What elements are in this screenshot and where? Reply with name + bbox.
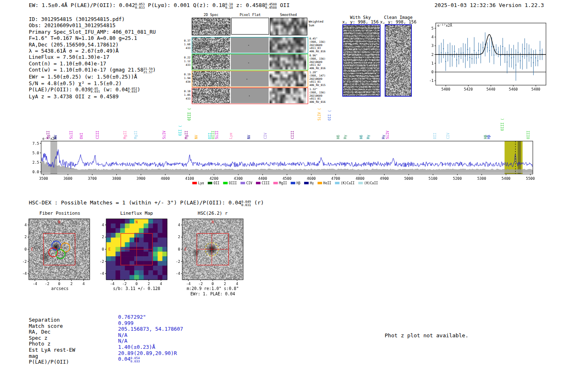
match-row: Match score0.999: [29, 323, 75, 329]
fiber-positions-xlabel: arcsecs: [30, 286, 90, 291]
text-segment: Obs: 20210609v011_3012954815: [29, 22, 116, 28]
stacked-fraction: 0.0530.033: [135, 3, 144, 9]
spec2d-row-smoothed-image: [269, 37, 306, 53]
lineflux-map-title: Lineflux Map: [106, 211, 167, 216]
hsc-cutout-title: HSC(26.2) r: [182, 211, 243, 216]
info-line: LyA z = 3.4738 OII z = 0.4589: [29, 93, 156, 100]
text-segment: 20.89(20.89,20.90)R: [118, 350, 177, 356]
spec2d-row-pixelflat-image: [231, 54, 269, 70]
lineflux-sb-label: s/b: 3.11 +/- 0.128: [102, 286, 171, 291]
text-segment: RA,Dec (205.156509,54.178612): [29, 42, 118, 48]
text-segment: LineFlux = 7.50(±1.30)e-17: [29, 54, 109, 60]
text-segment: N/A: [118, 332, 128, 338]
spec2d-row-left-values: 0.101.05433: [181, 90, 190, 101]
full-spectrum-plot: [21, 106, 539, 188]
header-line: EW: 1.5±0.4Å P(LAE)/P(OII): 0.0420.0530.…: [29, 2, 290, 9]
text-segment: F=1.6" T=0.167 N=1.10 A=0.80 g=25.1: [29, 35, 137, 41]
match-label: P(LAE)/P(OII): [29, 359, 69, 365]
hsc-mag-label: m:20.9 re:1.0" s:0.8": [178, 286, 247, 291]
fiber-positions-title: Fiber Positions: [30, 211, 90, 216]
info-line: λ = 5438.61Å σ = 2.67(±0.49)Å: [29, 48, 156, 54]
stacked-fraction: 0.0520.032: [128, 87, 137, 93]
text-segment: Primary Spec_Slot_IFU_AMP: 406_071_081_R…: [29, 29, 156, 35]
text-segment: N/A: [118, 338, 128, 344]
spec2d-row-smoothed-image: [269, 88, 306, 103]
text-segment: ID: 3012954815 (3012954815.pdf): [29, 16, 125, 22]
info-line: P(LAE)/P(OII): 0.0390.050.031 (w: 0.040.…: [29, 86, 156, 93]
spec2d-row-pixelflat-image: [231, 37, 269, 53]
photz-note: Phot z plot not available.: [385, 332, 469, 339]
spec2d-row-weighted: [192, 18, 308, 35]
spec2d-row-2dspec-image: [192, 54, 230, 70]
text-segment: EW: 1.5±0.4Å P(LAE)/P(OII): 0.042: [29, 2, 135, 8]
text-segment: Cont(w) = 1.10(±0.01)e-17 (gmag 21.58: [29, 67, 143, 73]
text-segment: λ = 5438.61Å σ = 2.67(±0.49)Å: [29, 48, 118, 54]
match-row: Separation0.767292": [29, 317, 75, 323]
spec2d-row-annotation: 0.96"(998, 156)20210609v011_02406_RU_016: [309, 54, 334, 70]
text-segment: EWr = 1.50(±0.25) (w: 1.50(±0.25))Å: [29, 74, 137, 80]
clean-image: [385, 24, 412, 97]
match-row: Photo zN/A: [29, 341, 75, 347]
match-label: Est LyA rest-EW: [29, 347, 75, 353]
match-label: Spec z: [29, 335, 47, 341]
spec2d-header-pixelflat: Pixel Flat: [231, 13, 269, 17]
text-segment: z: 0.4588: [233, 2, 265, 8]
spec2d-row: 0.101.054331.32"(998, 156)20210609v011_0…: [192, 88, 308, 104]
stacked-fraction: 0.0490.031: [242, 200, 251, 207]
text-segment: 1.40(±0.23)Å: [118, 344, 155, 350]
text-segment: OII: [277, 2, 290, 8]
match-label: Match score: [29, 323, 63, 329]
text-segment: HSC-DEX : Possible Matches = 1 (within +…: [29, 199, 242, 206]
match-label: RA, Dec: [29, 329, 51, 335]
spec2d-weighted-2d-image: [192, 18, 230, 35]
text-segment: 0.04: [118, 356, 130, 362]
spec2d-row-2dspec-image: [192, 71, 230, 86]
spec2d-row-smoothed-image: [269, 54, 306, 70]
emission-fit-plot: [426, 18, 549, 95]
spec2d-row-pixelflat-image: [231, 71, 269, 86]
match-row: P(LAE)/P(OII)0.040.0540.033: [29, 359, 75, 365]
info-block: ID: 3012954815 (3012954815.pdf)Obs: 2021…: [29, 16, 156, 100]
text-segment: P(LAE)/P(OII): 0.039: [29, 86, 91, 93]
match-value: 20.89(20.89,20.90)R: [118, 350, 177, 356]
match-row: Est LyA rest-EW1.40(±0.23)Å: [29, 347, 75, 353]
text-segment: Cont(n) = 1.10(±0.04)e-17: [29, 60, 106, 67]
match-value: N/A: [118, 332, 128, 338]
text-segment: P(Lyα): 0.001 Q(z): 0.18: [145, 2, 225, 8]
stacked-fraction: 0.180.18: [225, 3, 233, 9]
match-value: 0.767292": [118, 314, 146, 320]
info-line: ID: 3012954815 (3012954815.pdf): [29, 16, 156, 22]
info-line: EWr = 1.50(±0.25) (w: 1.50(±0.25))Å: [29, 74, 156, 80]
spec2d-row-left-values: 0.191.94434: [181, 73, 190, 84]
timestamp-version: 2025-01-03 12:32:36 Version 1.22.3: [434, 2, 544, 8]
elixer-report-page: { "header": { "left_segments": [ {"t": "…: [0, 0, 576, 392]
match-label: Photo z: [29, 341, 51, 347]
hsc-cutout-image: [170, 216, 248, 290]
text-segment: 0.767292": [118, 314, 146, 320]
info-line: Obs: 20210609v011_3012954815: [29, 22, 156, 28]
spec2d-row-annotation: 1.32"(998, 156)20210609v011_01406_RU_016: [309, 88, 334, 104]
match-value: 1.40(±0.23)Å: [118, 344, 155, 350]
spec2d-row-left-values: 0.221.12433: [181, 56, 190, 67]
match-table: Separation0.767292"Match score0.999RA, D…: [29, 317, 75, 365]
spec2d-row: 0.371.684330.45"(998, 156)20210609v011_0…: [192, 37, 308, 53]
match-value: 205.156873, 54.178607: [118, 326, 183, 332]
match-label: mag: [29, 353, 38, 359]
info-line: Primary Spec_Slot_IFU_AMP: 406_071_081_R…: [29, 29, 156, 35]
stacked-fraction: 0.050.031: [91, 87, 100, 93]
text-segment: 0.999: [118, 320, 134, 326]
text-segment: S/N = 4.8(±0.5) χ² = 1.5(±0.2): [29, 80, 122, 86]
info-line: S/N = 4.8(±0.5) χ² = 1.5(±0.2): [29, 80, 156, 86]
hsc-ewr-label: EWr: 1. PLAE: 0.04: [178, 292, 247, 296]
stacked-fraction: 0.0540.033: [130, 357, 140, 363]
spec2d-row-pixelflat-image: [231, 88, 269, 103]
spec2d-header-smoothed: Smoothed: [270, 13, 307, 17]
spec2d-row: 0.191.944341.28"(998, 147)20210609v011_0…: [192, 71, 308, 87]
info-line: RA,Dec (205.156509,54.178612): [29, 42, 156, 48]
text-segment: ): [153, 67, 156, 73]
clean-xy: x, y: 998, 156: [375, 19, 421, 24]
text-segment: (r): [251, 199, 264, 206]
info-line: F=1.6" T=0.167 N=1.10 A=0.80 g=25.1: [29, 35, 156, 41]
info-line: LineFlux = 7.50(±1.30)e-17: [29, 54, 156, 60]
stacked-fraction: 0.45880.4588: [265, 3, 277, 9]
